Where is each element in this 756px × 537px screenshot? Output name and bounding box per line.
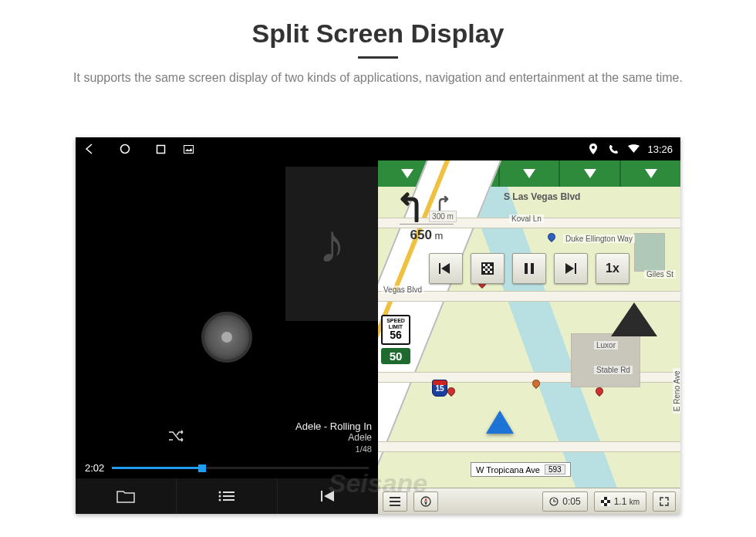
svg-rect-17	[483, 268, 485, 271]
home-icon[interactable]	[119, 143, 131, 155]
map-bottom-bar: 0:05 1.1 km	[378, 488, 680, 514]
poi-pin[interactable]	[594, 386, 605, 397]
svg-rect-24	[390, 497, 400, 498]
svg-rect-14	[488, 264, 490, 266]
svg-rect-30	[601, 497, 604, 500]
svg-point-3	[592, 146, 595, 149]
speed-limit-sign: SPEED LIMIT 56	[381, 315, 410, 345]
folder-button[interactable]	[76, 478, 177, 514]
street-label: Giles St	[644, 270, 676, 279]
seek-bar[interactable]	[112, 467, 369, 469]
speed-button[interactable]: 1x	[596, 253, 629, 284]
gps-cursor-icon	[486, 410, 514, 434]
svg-rect-19	[485, 271, 488, 273]
track-title: Adele - Rolling In	[295, 420, 372, 432]
svg-rect-34	[607, 503, 610, 506]
skip-back-button[interactable]	[429, 253, 463, 284]
turn-distance: 650 m	[384, 228, 469, 243]
street-label: Stable Rd	[594, 366, 633, 374]
speed-panel: SPEED LIMIT 56 50	[381, 315, 410, 364]
svg-rect-25	[390, 501, 400, 502]
svg-point-8	[219, 499, 221, 502]
svg-rect-1	[157, 145, 164, 153]
music-pane: ♪ Adele - Rolling In Adele 1/48 2:02	[76, 160, 378, 514]
svg-rect-16	[490, 266, 492, 268]
map-control-row: 1x	[429, 253, 629, 284]
previous-track-button[interactable]	[278, 478, 378, 514]
svg-rect-23	[575, 263, 576, 274]
turn-panel: 300 m 650 m	[384, 191, 469, 243]
svg-rect-33	[601, 503, 604, 506]
skip-forward-button[interactable]	[554, 253, 588, 284]
shuffle-icon[interactable]	[168, 429, 185, 443]
lane-arrow	[498, 160, 559, 187]
location-icon	[587, 143, 599, 155]
clock: 13:26	[647, 144, 673, 155]
progress-row: 2:02	[76, 462, 378, 474]
svg-rect-10	[321, 491, 322, 502]
device-frame: 13:26 ♪ Adele - Rolling In Adele 1/48 2:…	[76, 137, 680, 514]
svg-rect-22	[531, 263, 534, 274]
svg-rect-11	[439, 263, 440, 274]
navigation-pane: 15 S Las Vegas Blvd Koval Ln Duke Elling…	[378, 160, 680, 514]
svg-rect-9	[223, 499, 235, 501]
playlist-button[interactable]	[177, 478, 278, 514]
svg-rect-2	[184, 145, 193, 153]
svg-rect-5	[223, 491, 235, 493]
menu-button[interactable]	[383, 491, 407, 512]
svg-point-6	[219, 495, 221, 498]
lane-arrow	[559, 160, 619, 187]
music-bottom-bar	[76, 478, 378, 514]
pyramid-building	[611, 302, 657, 336]
wifi-icon	[627, 143, 640, 155]
current-speed: 50	[381, 348, 410, 364]
distance-display: 1.1 km	[594, 491, 646, 512]
phone-icon	[607, 143, 619, 155]
street-label: E Reno Ave	[673, 369, 681, 414]
picture-icon[interactable]	[182, 143, 194, 155]
recent-apps-icon[interactable]	[154, 143, 167, 155]
turn-left-icon	[397, 191, 427, 222]
elapsed-time: 2:02	[85, 462, 104, 474]
album-area: ♪	[76, 160, 378, 514]
svg-rect-31	[607, 497, 610, 500]
disc-icon	[201, 312, 252, 363]
address-bubble: W Tropicana Ave 593	[471, 462, 571, 477]
track-meta: Adele - Rolling In Adele 1/48	[295, 420, 372, 454]
eta-display: 0:05	[542, 491, 587, 512]
street-label: Koval Ln	[509, 214, 544, 223]
interstate-shield: 15	[432, 380, 447, 397]
lane-arrow	[619, 160, 680, 187]
back-icon[interactable]	[83, 143, 96, 155]
svg-rect-18	[488, 268, 490, 271]
street-label: Vegas Blvd	[381, 285, 424, 294]
svg-rect-20	[490, 271, 492, 273]
svg-point-0	[121, 145, 130, 154]
page-title: Split Screen Display	[0, 19, 756, 49]
expand-button[interactable]	[653, 491, 676, 512]
address-street: W Tropicana Ave	[476, 465, 540, 475]
svg-rect-32	[604, 500, 607, 503]
street-label: Duke Ellington Way	[563, 235, 635, 243]
music-note-icon: ♪	[319, 213, 346, 275]
svg-rect-7	[223, 495, 235, 497]
poi-pin[interactable]	[446, 386, 457, 397]
road	[378, 441, 680, 452]
svg-rect-13	[483, 264, 485, 266]
pause-button[interactable]	[512, 253, 546, 284]
album-art-placeholder: ♪	[285, 167, 378, 321]
turn-right-icon	[435, 195, 451, 211]
address-number: 593	[545, 464, 565, 475]
svg-rect-21	[525, 263, 528, 274]
title-underline	[358, 56, 398, 59]
poi-pin[interactable]	[546, 231, 557, 242]
street-label: S Las Vegas Blvd	[501, 191, 582, 202]
track-artist: Adele	[295, 432, 372, 443]
building	[634, 233, 665, 272]
next-turn-distance: 300 m	[429, 211, 457, 222]
track-index: 1/48	[295, 444, 372, 454]
stop-button[interactable]	[471, 253, 505, 284]
compass-button[interactable]	[413, 491, 438, 512]
svg-rect-26	[390, 505, 400, 506]
svg-point-4	[219, 491, 221, 494]
